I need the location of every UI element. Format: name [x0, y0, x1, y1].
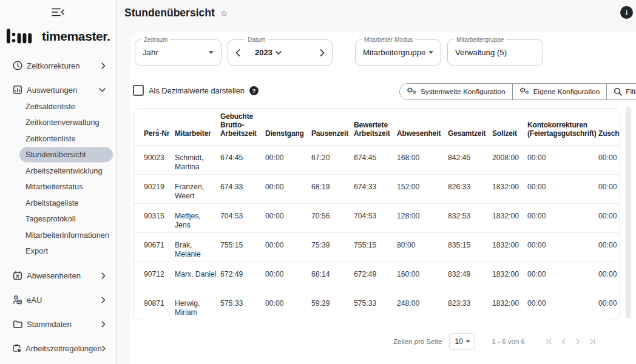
sidebar-item-label: Stammdaten	[27, 320, 101, 329]
sidebar-item-label: Abwesenheiten	[27, 271, 101, 280]
help-icon[interactable]: ?	[249, 86, 259, 95]
timemaster-logo: timemaster.	[6, 29, 110, 44]
decimal-option-row: Als Dezimalwerte darstellen ?	[133, 85, 259, 96]
sidebar-item-zeitkorrekturen[interactable]: Zeitkorrekturen	[0, 53, 117, 78]
sidebar-item-mitarbeiterinformationen[interactable]: Mitarbeiterinformationen	[0, 227, 117, 243]
bar-chart-icon	[12, 84, 23, 95]
eigene-konfiguration-button[interactable]: ⚙⚙ Eigene Konfiguration	[512, 84, 607, 99]
cell-dienstgang: 00:00	[265, 203, 311, 232]
column-sollzeit[interactable]: Sollzeit	[492, 109, 527, 145]
table-row: 90671 Brak, Melanie 755:15 00:00 75:39 7…	[134, 232, 620, 261]
cell-gesamtzeit: 823:33	[448, 291, 492, 320]
vertical-scrollbar[interactable]	[626, 107, 631, 318]
cell-dienstgang: 00:00	[265, 145, 311, 174]
decimal-checkbox-label[interactable]: Als Dezimalwerte darstellen	[149, 86, 245, 95]
calendar-x-icon	[12, 270, 23, 281]
cell-mitarbeiter: Brak, Melanie	[175, 232, 220, 261]
sidebar-item-tagesprotokoll[interactable]: Tagesprotokoll	[0, 211, 117, 228]
sidebar-item-zeitkontenliste[interactable]: Zeitkontenliste	[0, 130, 117, 147]
column-zuschlaege[interactable]: Zuschläge	[598, 109, 620, 145]
cell-bewertete-arbeitszeit: 674:33	[354, 174, 397, 203]
table-row: 90023 Schmidt, Martina 674:45 00:00 67:2…	[134, 145, 620, 174]
column-abwesenheit[interactable]: Abwesenheit	[397, 109, 448, 145]
cell-dienstgang: 00:00	[265, 291, 311, 320]
sidebar: timemaster. Zeitkorrekturen Auswertungen	[0, 0, 117, 364]
last-page-icon[interactable]	[587, 337, 596, 346]
sidebar-item-zeitsaldenliste[interactable]: Zeitsaldenliste	[0, 98, 117, 115]
collapse-menu-icon[interactable]	[51, 7, 66, 18]
cell-bewertete-arbeitszeit: 672:49	[354, 261, 397, 291]
cell-zuschlaege: 00:00	[598, 203, 620, 232]
year-dropdown[interactable]: 2023	[255, 48, 282, 57]
sidebar-item-label: Zeitkorrekturen	[27, 61, 101, 70]
cell-gesamtzeit: 832:53	[448, 203, 492, 232]
cell-sollzeit: 1832:00	[492, 232, 527, 261]
cell-pausenzeit: 59:29	[311, 291, 354, 320]
column-gebuchte-brutto-arbeitszeit[interactable]: Gebuchte Brutto-Arbeitszeit	[220, 109, 265, 145]
sidebar-item-stammdaten[interactable]: Stammdaten	[0, 312, 117, 336]
cell-kontokorrekturen: 00:00	[527, 203, 598, 232]
column-gesamtzeit[interactable]: Gesamtzeit	[448, 109, 492, 145]
mitarbeitergruppe-value: Verwaltung (5)	[455, 48, 507, 57]
cell-dienstgang: 00:00	[265, 232, 311, 261]
column-dienstgang[interactable]: Dienstgang	[265, 109, 311, 145]
sidebar-item-mitarbeiterstatus[interactable]: Mitarbeiterstatus	[0, 179, 117, 195]
sidebar-item-arbeitszeitregelungen[interactable]: Arbeitszeitregelungen	[0, 336, 117, 360]
column-pausenzeit[interactable]: Pausenzeit	[311, 109, 354, 145]
datum-control[interactable]: Datum 2023	[228, 39, 333, 66]
filter-button[interactable]: Filter	[606, 84, 636, 99]
cell-zuschlaege: 00:00	[598, 291, 620, 320]
sidebar-item-zeitkontenverwaltung[interactable]: Zeitkontenverwaltung	[0, 115, 117, 131]
table-header: Pers-Nr ↑ Mitarbeiter Gebuchte Brutto-Ar…	[134, 109, 620, 145]
systemweite-konfiguration-button[interactable]: ⚙⚙ Systemweite Konfiguration	[400, 84, 512, 99]
table-row: 90219 Franzen, Weert 674:33 00:00 68:19 …	[134, 174, 620, 203]
decimal-checkbox[interactable]	[133, 85, 144, 96]
rows-per-page-label: Zeilen pro Seite	[393, 338, 442, 345]
table-row: 90871 Herwig, Miriam 575:33 00:00 59:29 …	[134, 291, 620, 320]
zeitraum-label: Zeitraum	[141, 36, 170, 43]
sidebar-nav-top: Zeitkorrekturen Auswertungen	[0, 53, 117, 102]
cell-gesamtzeit: 826:33	[448, 174, 492, 203]
info-icon[interactable]: i	[620, 6, 633, 19]
sidebar-item-arbeitstageliste[interactable]: Arbeitstageliste	[0, 195, 117, 211]
favorite-star-icon[interactable]: ☆	[220, 8, 228, 18]
chevron-right-icon	[102, 345, 106, 352]
mitarbeiter-modus-select[interactable]: Mitarbeiter Modus Mitarbeitergruppe	[355, 39, 441, 66]
chevron-down-icon	[99, 88, 106, 92]
cell-dienstgang: 00:00	[265, 174, 311, 203]
next-year-icon[interactable]	[320, 49, 325, 56]
next-page-icon[interactable]	[573, 337, 582, 346]
pagination: Zeilen pro Seite 10 1 - 6 von 6	[393, 332, 596, 351]
cell-abwesenheit: 168:00	[397, 145, 448, 174]
column-kontokorrekturen[interactable]: Kontokorrekturen (Feiertagsgutschrift)	[527, 109, 598, 145]
cell-mitarbeiter: Schmidt, Martina	[175, 145, 220, 174]
sidebar-item-arbeitszeitentwicklung[interactable]: Arbeitszeitentwicklung	[0, 163, 117, 179]
cell-bewertete-arbeitszeit: 674:45	[354, 145, 397, 174]
cell-sollzeit: 2008:00	[492, 145, 527, 174]
column-pers-nr[interactable]: Pers-Nr ↑	[134, 109, 175, 145]
sidebar-item-label: eAU	[27, 295, 101, 305]
prev-year-icon[interactable]	[235, 49, 240, 56]
sidebar-item-eau[interactable]: eAU	[0, 288, 117, 312]
sidebar-item-abwesenheiten[interactable]: Abwesenheiten	[0, 263, 117, 288]
folder-icon	[12, 318, 23, 329]
column-bewertete-arbeitszeit[interactable]: Bewertete Arbeitszeit	[354, 109, 397, 145]
sidebar-item-stundenuebersicht[interactable]: Stundenübersicht	[0, 147, 117, 163]
pagination-nav	[546, 337, 596, 346]
cell-bewertete-arbeitszeit: 575:33	[354, 291, 397, 320]
zeitraum-select[interactable]: Zeitraum Jahr	[135, 39, 222, 66]
page-title: Stundenübersicht ☆	[124, 7, 228, 19]
dropdown-arrow-icon	[209, 51, 214, 54]
table-body: 90023 Schmidt, Martina 674:45 00:00 67:2…	[134, 145, 620, 320]
column-mitarbeiter[interactable]: Mitarbeiter	[175, 109, 220, 145]
chevron-right-icon	[101, 321, 106, 328]
previous-page-icon[interactable]	[560, 337, 568, 346]
clipboard-clock-icon	[12, 343, 22, 354]
clock-icon	[12, 60, 23, 71]
rows-per-page-select[interactable]: 10	[449, 333, 475, 350]
sort-ascending-icon[interactable]: ↑	[156, 126, 160, 135]
first-page-icon[interactable]	[546, 337, 554, 346]
sidebar-item-export[interactable]: Export	[0, 243, 117, 260]
config-button-group: ⚙⚙ Systemweite Konfiguration ⚙⚙ Eigene K…	[399, 83, 636, 100]
mitarbeitergruppe-field[interactable]: Mitarbeitergruppe Verwaltung (5)	[447, 39, 543, 66]
